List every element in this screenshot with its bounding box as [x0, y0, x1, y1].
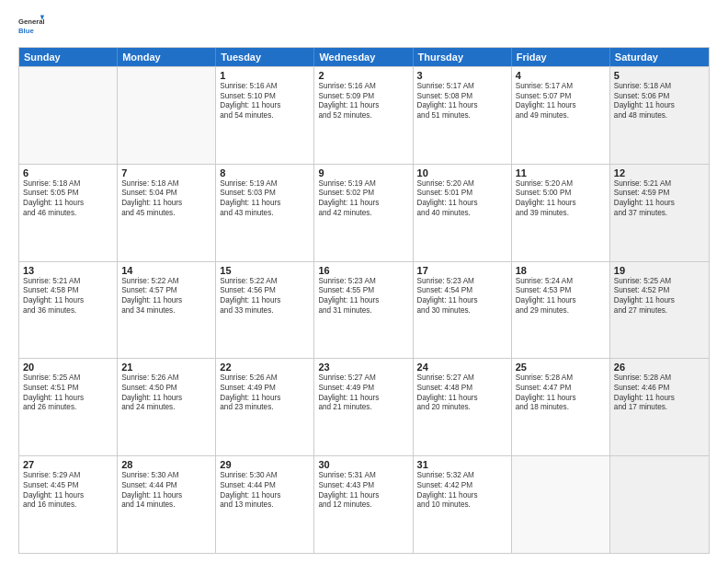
- cell-line: Sunset: 4:58 PM: [23, 286, 113, 296]
- day-number: 2: [318, 70, 408, 81]
- cell-line: Daylight: 11 hours: [121, 296, 211, 306]
- cell-line: Sunset: 5:03 PM: [220, 189, 310, 199]
- cal-cell: 14Sunrise: 5:22 AMSunset: 4:57 PMDayligh…: [118, 262, 216, 359]
- cell-line: Sunset: 4:57 PM: [121, 286, 211, 296]
- day-number: 11: [516, 167, 606, 178]
- cell-line: Sunset: 4:59 PM: [614, 189, 705, 199]
- cell-line: Sunset: 4:44 PM: [220, 481, 310, 491]
- cal-header-cell: Friday: [512, 48, 610, 66]
- cell-line: Sunset: 4:54 PM: [417, 286, 507, 296]
- cell-line: Sunset: 4:49 PM: [318, 384, 408, 394]
- cell-line: Sunrise: 5:21 AM: [614, 179, 705, 190]
- cell-line: and 17 minutes.: [614, 403, 705, 413]
- cell-line: Sunset: 4:51 PM: [23, 384, 113, 394]
- day-number: 27: [23, 459, 113, 470]
- day-number: 8: [220, 167, 310, 178]
- cell-line: Sunrise: 5:27 AM: [417, 373, 507, 384]
- day-number: 5: [614, 70, 705, 81]
- cal-week: 20Sunrise: 5:25 AMSunset: 4:51 PMDayligh…: [19, 358, 709, 455]
- day-number: 19: [614, 265, 705, 276]
- cal-cell: 27Sunrise: 5:29 AMSunset: 4:45 PMDayligh…: [19, 456, 118, 553]
- cal-cell: 18Sunrise: 5:24 AMSunset: 4:53 PMDayligh…: [512, 262, 610, 359]
- cell-line: and 46 minutes.: [23, 209, 113, 219]
- day-number: 23: [318, 362, 408, 373]
- cell-line: Sunrise: 5:18 AM: [23, 179, 113, 190]
- cell-line: Sunset: 5:06 PM: [614, 92, 705, 102]
- cal-cell: 11Sunrise: 5:20 AMSunset: 5:00 PMDayligh…: [512, 165, 610, 261]
- day-number: 13: [23, 265, 113, 276]
- cell-line: Sunrise: 5:22 AM: [121, 277, 211, 287]
- cell-line: and 43 minutes.: [220, 209, 310, 219]
- cal-cell: 6Sunrise: 5:18 AMSunset: 5:05 PMDaylight…: [19, 165, 118, 261]
- cell-line: Sunrise: 5:27 AM: [318, 373, 408, 384]
- day-number: 9: [318, 167, 408, 178]
- cell-line: and 33 minutes.: [220, 306, 310, 316]
- cell-line: and 42 minutes.: [318, 209, 408, 219]
- cell-line: Sunset: 4:49 PM: [220, 384, 310, 394]
- cal-cell: 16Sunrise: 5:23 AMSunset: 4:55 PMDayligh…: [314, 262, 413, 359]
- cell-line: Daylight: 11 hours: [417, 296, 507, 306]
- cell-line: Sunrise: 5:16 AM: [318, 82, 408, 92]
- cell-line: Sunrise: 5:29 AM: [23, 471, 113, 481]
- cell-line: Daylight: 11 hours: [23, 491, 113, 501]
- cell-line: and 26 minutes.: [23, 403, 113, 413]
- day-number: 22: [220, 362, 310, 373]
- cal-header-cell: Tuesday: [216, 48, 314, 66]
- cal-cell: 25Sunrise: 5:28 AMSunset: 4:47 PMDayligh…: [512, 359, 610, 455]
- cell-line: Sunrise: 5:21 AM: [23, 277, 113, 287]
- cell-line: and 54 minutes.: [220, 111, 310, 121]
- cal-cell: 13Sunrise: 5:21 AMSunset: 4:58 PMDayligh…: [19, 262, 118, 359]
- cell-line: Daylight: 11 hours: [318, 296, 408, 306]
- cell-line: and 16 minutes.: [23, 500, 113, 511]
- cell-line: Sunrise: 5:25 AM: [614, 277, 705, 287]
- cell-line: Sunrise: 5:26 AM: [220, 373, 310, 384]
- cell-line: Sunset: 4:52 PM: [614, 286, 705, 296]
- day-number: 4: [516, 70, 606, 81]
- cal-cell: 31Sunrise: 5:32 AMSunset: 4:42 PMDayligh…: [414, 456, 512, 553]
- cell-line: and 48 minutes.: [614, 111, 705, 121]
- cell-line: Sunset: 4:48 PM: [417, 384, 507, 394]
- cal-cell: 26Sunrise: 5:28 AMSunset: 4:46 PMDayligh…: [610, 359, 709, 455]
- cell-line: Daylight: 11 hours: [417, 394, 507, 404]
- cell-line: Sunset: 5:09 PM: [318, 92, 408, 102]
- cell-line: Sunset: 5:07 PM: [516, 92, 606, 102]
- cell-line: Daylight: 11 hours: [318, 394, 408, 404]
- day-number: 21: [121, 362, 211, 373]
- cell-line: Sunset: 4:53 PM: [516, 286, 606, 296]
- cal-cell: 2Sunrise: 5:16 AMSunset: 5:09 PMDaylight…: [314, 67, 413, 164]
- cell-line: and 39 minutes.: [516, 209, 606, 219]
- cell-line: Daylight: 11 hours: [516, 199, 606, 209]
- cell-line: Daylight: 11 hours: [516, 394, 606, 404]
- cal-header-cell: Wednesday: [314, 48, 413, 66]
- cell-line: Sunrise: 5:18 AM: [614, 82, 705, 92]
- cell-line: Daylight: 11 hours: [614, 394, 705, 404]
- cell-line: Sunset: 4:44 PM: [121, 481, 211, 491]
- cal-cell: 20Sunrise: 5:25 AMSunset: 4:51 PMDayligh…: [19, 359, 118, 455]
- cell-line: Sunrise: 5:20 AM: [417, 179, 507, 190]
- day-number: 14: [121, 265, 211, 276]
- cell-line: and 24 minutes.: [121, 403, 211, 413]
- cal-cell: 8Sunrise: 5:19 AMSunset: 5:03 PMDaylight…: [216, 165, 314, 261]
- cell-line: Sunrise: 5:16 AM: [220, 82, 310, 92]
- cell-line: Daylight: 11 hours: [23, 394, 113, 404]
- cell-line: Sunset: 4:43 PM: [318, 481, 408, 491]
- cell-line: Sunrise: 5:17 AM: [417, 82, 507, 92]
- cell-line: Sunset: 5:10 PM: [220, 92, 310, 102]
- cell-line: Daylight: 11 hours: [23, 296, 113, 306]
- cal-cell: [512, 456, 610, 553]
- day-number: 10: [417, 167, 507, 178]
- cell-line: Daylight: 11 hours: [318, 491, 408, 501]
- cell-line: Sunrise: 5:32 AM: [417, 471, 507, 481]
- cal-cell: 15Sunrise: 5:22 AMSunset: 4:56 PMDayligh…: [216, 262, 314, 359]
- cal-cell: [19, 67, 118, 164]
- logo-icon: General Blue: [18, 14, 44, 40]
- day-number: 29: [220, 459, 310, 470]
- cell-line: Sunset: 4:45 PM: [23, 481, 113, 491]
- day-number: 3: [417, 70, 507, 81]
- cell-line: and 29 minutes.: [516, 306, 606, 316]
- cell-line: Daylight: 11 hours: [614, 199, 705, 209]
- cell-line: Daylight: 11 hours: [417, 199, 507, 209]
- cell-line: Sunset: 4:42 PM: [417, 481, 507, 491]
- cell-line: Sunrise: 5:22 AM: [220, 277, 310, 287]
- cell-line: and 10 minutes.: [417, 500, 507, 511]
